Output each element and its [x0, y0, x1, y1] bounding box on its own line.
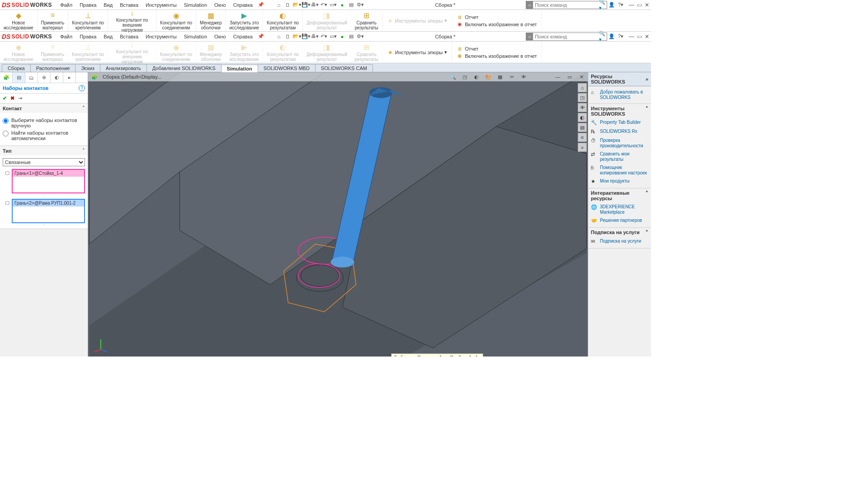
vp-win-min-icon[interactable]: —	[554, 73, 561, 80]
select2-icon[interactable]: ▭▾	[329, 33, 338, 41]
tp-item-rx[interactable]: ℞SOLIDWORKS Rx	[591, 127, 648, 136]
vp-display-icon[interactable]: ◐	[473, 73, 480, 80]
vp-scene-icon[interactable]: 🎨	[485, 73, 492, 80]
user-icon[interactable]: 👤	[607, 1, 616, 9]
pm-tab-more[interactable]: ▸	[63, 72, 76, 83]
vr-eye-icon[interactable]: 👁	[578, 103, 587, 112]
vr-expand-icon[interactable]: «	[578, 143, 587, 152]
minimize2-icon[interactable]: —	[629, 33, 634, 40]
task-pane-header[interactable]: Ресурсы SOLIDWORKS»	[588, 72, 651, 86]
radio-manual-input[interactable]	[3, 118, 9, 124]
undo2-icon[interactable]: ↶▾	[320, 33, 329, 41]
pin2-icon[interactable]: 📌	[256, 33, 265, 41]
tab-mbd[interactable]: SOLIDWORKS MBD	[258, 64, 316, 72]
pm-tab-config[interactable]: 🗂	[25, 72, 38, 83]
menu2-edit[interactable]: Правка	[76, 34, 100, 39]
radio-auto-input[interactable]	[3, 131, 9, 136]
search-input-2[interactable]	[533, 34, 599, 39]
restore2-icon[interactable]: ▭	[637, 33, 642, 40]
open2-icon[interactable]: 📂▾	[292, 33, 302, 41]
drag-handle-1[interactable]: ◦	[3, 193, 85, 196]
vr-scene2-icon[interactable]: ≡	[578, 133, 587, 142]
new2-icon[interactable]: 🗋	[283, 33, 292, 41]
face-list-2[interactable]: Грань<2>@Рама РУП1.001-2	[12, 199, 85, 223]
menu-help[interactable]: Справка	[230, 2, 256, 8]
vp-section-icon[interactable]: ✂	[508, 73, 515, 80]
print2-icon[interactable]: 🖶▾	[311, 33, 320, 41]
chevron-up-icon-3[interactable]: ˄	[646, 230, 648, 235]
search-go2-icon[interactable]: 🔍▾	[599, 31, 607, 42]
ribbon-material[interactable]: ≡Применить материал	[38, 10, 69, 31]
rebuild2-icon[interactable]: ●	[338, 33, 347, 41]
face1-item[interactable]: Грань<1>@Стойка_1-4	[13, 170, 84, 177]
open-icon[interactable]: 📂▾	[292, 1, 302, 9]
tab-assembly[interactable]: Сборка	[2, 64, 31, 72]
restore-icon[interactable]: ▭	[637, 2, 642, 8]
vr-home-icon[interactable]: ⌂	[578, 83, 587, 92]
drag-handle-2[interactable]: ◦	[3, 223, 85, 226]
ribbon-new-study[interactable]: ◆Новое исследование	[0, 10, 38, 31]
save-icon[interactable]: 💾▾	[302, 1, 311, 9]
options2-list-icon[interactable]: ▤	[347, 33, 356, 41]
vp-win-max-icon[interactable]: ▭	[566, 73, 573, 80]
pm-pin-icon[interactable]: ⇥	[18, 95, 22, 101]
home2-icon[interactable]: ⌂	[274, 33, 283, 41]
menu-tools[interactable]: Инструменты	[142, 2, 180, 8]
ribbon-deformed[interactable]: ◨Деформированный результат	[303, 10, 351, 31]
command-search[interactable]: ⌕ 🔍▾	[526, 1, 607, 9]
tp-item-partners[interactable]: 🤝Решения партнеров	[591, 216, 648, 225]
tp-item-compare[interactable]: ⇄Сравнить мои результаты	[591, 150, 648, 164]
help2-icon[interactable]: ?▾	[616, 33, 625, 41]
menu-file[interactable]: Файл	[57, 2, 76, 8]
face2-item[interactable]: Грань<2>@Рама РУП1.001-2	[13, 200, 84, 206]
tp-collapse-icon[interactable]: »	[646, 76, 648, 82]
settings-icon[interactable]: ⚙▾	[356, 1, 365, 9]
help-icon[interactable]: ?▾	[616, 1, 625, 9]
menu-window[interactable]: Окно	[211, 2, 230, 8]
menu2-file[interactable]: Файл	[57, 34, 76, 39]
search-input[interactable]	[533, 2, 599, 8]
home-icon[interactable]: ⌂	[274, 1, 283, 9]
vp-view-icon[interactable]: ▦	[496, 73, 504, 80]
tab-cam[interactable]: SOLIDWORKS CAM	[315, 64, 373, 72]
pm-help-icon[interactable]: ?	[79, 85, 85, 91]
tab-simulation[interactable]: Simulation	[221, 65, 258, 72]
vp-hide-icon[interactable]: 👁	[520, 73, 527, 80]
menu-simulation[interactable]: Simulation	[180, 2, 211, 8]
vr-cube-icon[interactable]: ◳	[578, 93, 587, 102]
pm-tab-property[interactable]: ▤	[13, 72, 25, 83]
command-search-2[interactable]: ⌕ 🔍▾	[526, 33, 607, 41]
tab-evaluate[interactable]: Анализировать	[100, 64, 147, 72]
pm-sect-type-hdr[interactable]: Тип˄	[0, 146, 88, 155]
tab-layout[interactable]: Расположение	[30, 64, 76, 72]
chevron-up-icon-2[interactable]: ˄	[646, 190, 648, 201]
vp-tree-icon[interactable]: 🧩	[91, 73, 98, 80]
menu2-help[interactable]: Справка	[230, 34, 256, 39]
vp-zoom-icon[interactable]: 🔍	[449, 73, 457, 80]
undo-icon[interactable]: ↶▾	[320, 1, 329, 9]
print-icon[interactable]: 🖶▾	[311, 1, 320, 9]
tab-addins[interactable]: Добавления SOLIDWORKS	[146, 64, 222, 72]
search-scope-icon[interactable]: ⌕	[526, 1, 533, 9]
menu-view[interactable]: Вид	[100, 2, 116, 8]
vp-win-close-icon[interactable]: ✕	[578, 73, 585, 80]
ribbon-plot-tools-btn[interactable]: ◈Инструменты эпюры ▾	[387, 18, 448, 24]
close-icon[interactable]: ✕	[645, 2, 649, 8]
vp-orient-icon[interactable]: ◳	[461, 73, 468, 80]
pm-cancel-icon[interactable]: ✖	[10, 95, 14, 101]
face-list-1[interactable]: Грань<1>@Стойка_1-4	[12, 169, 85, 193]
select-icon[interactable]: ▭▾	[329, 1, 338, 9]
tp-item-sub[interactable]: ✉Подписка на услуги	[591, 237, 648, 246]
pin-icon[interactable]: 📌	[256, 1, 265, 9]
vp-doc-label[interactable]: Сборка (Default<Display...	[103, 74, 161, 80]
options-list-icon[interactable]: ▤	[347, 1, 356, 9]
user2-icon[interactable]: 👤	[607, 33, 616, 41]
tp-item-perf[interactable]: ⏱Проверка производительности	[591, 136, 648, 150]
chevron-up-icon[interactable]: ˄	[646, 106, 648, 117]
type-select[interactable]: Связанные	[3, 158, 85, 166]
pm-tab-display[interactable]: ◐	[51, 72, 63, 83]
ribbon-run[interactable]: ▶Запустить это исследование	[226, 10, 263, 31]
tp-welcome-item[interactable]: ⌂Добро пожаловать в SOLIDWORKS	[591, 88, 648, 102]
ribbon-results[interactable]: ◐Консультант по результатам	[263, 10, 303, 31]
menu-edit[interactable]: Правка	[76, 2, 100, 8]
